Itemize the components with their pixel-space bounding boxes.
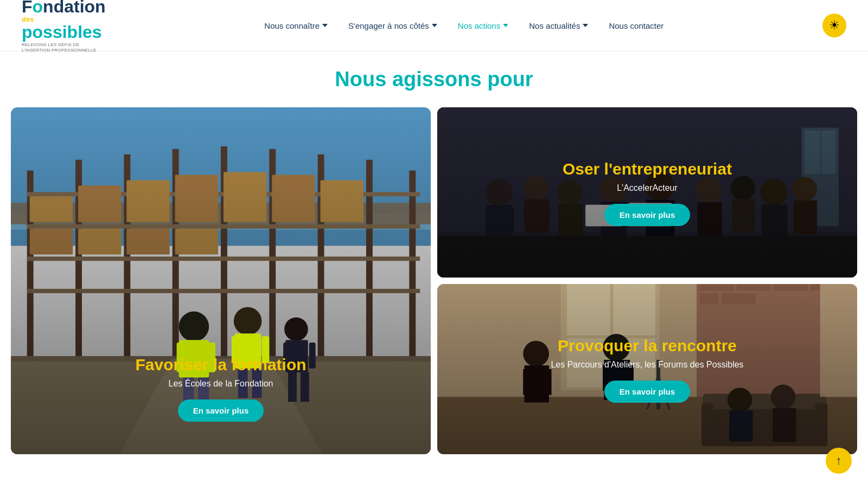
logo-des: des (22, 16, 106, 23)
card-formation-content: Favoriser la formation Les Écoles de la … (11, 107, 431, 454)
card-rencontre-content: Provoquer la rencontre Les Parcours d'At… (437, 284, 857, 454)
card-entrepreneuriat-content: Oser l'entrepreneuriat L'AccelerActeur E… (437, 107, 857, 278)
card-entrepreneuriat-btn[interactable]: En savoir plus (604, 204, 691, 226)
card-entrepreneuriat[interactable]: Oser l'entrepreneuriat L'AccelerActeur E… (437, 107, 857, 278)
cards-grid: Favoriser la formation Les Écoles de la … (11, 107, 857, 454)
chevron-down-icon (322, 24, 328, 27)
main-content: Nous agissons pour (0, 51, 868, 465)
logo-tagline: RELEVONS LES DÉFIS DE L'INSERTION PROFES… (22, 42, 106, 54)
card-rencontre-subtitle: Les Parcours d'Ateliers, les Forums des … (551, 360, 743, 370)
arrow-up-icon: ↑ (836, 454, 842, 468)
card-formation[interactable]: Favoriser la formation Les Écoles de la … (11, 107, 431, 454)
nav-nous-contacter[interactable]: Nous contacter (601, 17, 671, 35)
card-rencontre-btn[interactable]: En savoir plus (604, 381, 691, 403)
chevron-down-icon (432, 24, 437, 27)
nav-nous-connaitre[interactable]: Nous connaître (257, 17, 335, 35)
card-entrepreneuriat-title: Oser l'entrepreneuriat (563, 159, 732, 179)
sun-icon: ☀ (829, 18, 840, 33)
card-formation-subtitle: Les Écoles de la Fondation (168, 379, 273, 389)
card-formation-btn[interactable]: En savoir plus (178, 399, 264, 422)
theme-toggle-button[interactable]: ☀ (822, 14, 846, 37)
card-entrepreneuriat-subtitle: L'AccelerActeur (617, 183, 678, 193)
card-rencontre-title: Provoquer la rencontre (558, 336, 737, 356)
chevron-down-icon (583, 24, 588, 27)
logo-possibles: possibles (22, 23, 106, 41)
card-formation-title: Favoriser la formation (135, 355, 306, 375)
chevron-down-icon (503, 24, 508, 27)
main-nav: Nous connaître S'engager à nos côtés Nos… (257, 17, 671, 35)
logo-line1: Fondation (22, 0, 106, 15)
nav-engager[interactable]: S'engager à nos côtés (341, 17, 445, 35)
site-header: Fondation des possibles RELEVONS LES DÉF… (0, 0, 868, 51)
nav-actualites[interactable]: Nos actualités (521, 17, 596, 35)
card-rencontre[interactable]: Provoquer la rencontre Les Parcours d'At… (437, 284, 857, 454)
scroll-top-button[interactable]: ↑ (826, 448, 852, 474)
nav-nos-actions[interactable]: Nos actions (450, 17, 516, 35)
section-title: Nous agissons pour (11, 68, 857, 91)
logo[interactable]: Fondation des possibles RELEVONS LES DÉF… (22, 0, 106, 53)
